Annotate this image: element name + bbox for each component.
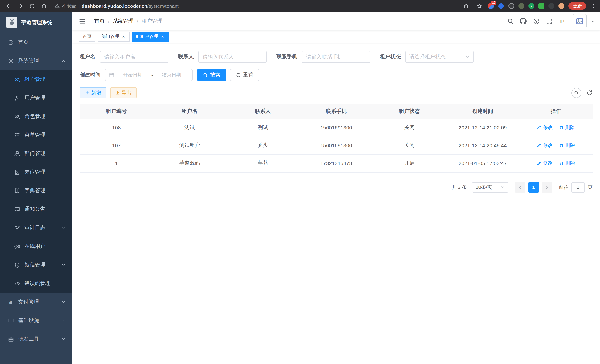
- sidebar-item-posts[interactable]: 岗位管理: [0, 163, 72, 181]
- sidebar-item-users[interactable]: 用户管理: [0, 89, 72, 107]
- app-logo[interactable]: 芋道管理系统: [0, 12, 72, 33]
- edit-link[interactable]: 修改: [537, 142, 553, 149]
- sidebar: 芋道管理系统 首页 系统管理 租户管理: [0, 12, 72, 364]
- top-navbar: 首页 / 系统管理 / 租户管理 TT: [72, 12, 600, 30]
- chrome-update-button[interactable]: 更新: [568, 2, 586, 10]
- edit-link[interactable]: 修改: [537, 124, 553, 131]
- breadcrumb-section[interactable]: 系统管理: [113, 18, 134, 25]
- sidebar-item-notices[interactable]: 通知公告: [0, 200, 72, 219]
- sidebar-item-home[interactable]: 首页: [0, 33, 72, 52]
- sidebar-item-departments[interactable]: 部门管理: [0, 144, 72, 163]
- sidebar-item-payment[interactable]: ¥ 支付管理: [0, 293, 72, 311]
- avatar[interactable]: [572, 14, 587, 28]
- page-number-1[interactable]: 1: [528, 182, 539, 192]
- cell-phone: 15601691300: [300, 137, 373, 154]
- sidebar-item-label: 审计日志: [25, 224, 45, 231]
- extension-icon[interactable]: Y: [528, 3, 534, 9]
- date-range-picker[interactable]: 开始日期 - 结束日期: [105, 69, 193, 81]
- extension-badge: 10: [491, 1, 497, 5]
- column-header: 租户编号: [80, 104, 153, 119]
- delete-link[interactable]: 删除: [559, 160, 575, 167]
- extension-icon[interactable]: [498, 3, 505, 9]
- breadcrumb-home[interactable]: 首页: [94, 18, 105, 25]
- cell-tenant-id: 107: [80, 137, 153, 154]
- github-icon[interactable]: [518, 16, 528, 26]
- header-search-icon[interactable]: [505, 16, 515, 26]
- extension-icon[interactable]: [508, 3, 514, 9]
- cell-tenant-name: 芋道源码: [153, 154, 226, 172]
- tags-view-bar: 首页 部门管理 × 租户管理 ×: [72, 30, 600, 43]
- export-button[interactable]: 导出: [110, 87, 137, 98]
- sidebar-item-audit-log[interactable]: 审计日志: [0, 219, 72, 237]
- table-row: 1 芋道源码 芋艿 17321315478 开启 2021-01-05 17:0…: [80, 154, 593, 172]
- text-size-icon[interactable]: TT: [557, 16, 567, 26]
- extension-icon[interactable]: [538, 3, 544, 9]
- hamburger-icon[interactable]: [79, 18, 85, 24]
- site-security[interactable]: 不安全 |: [55, 3, 82, 9]
- extension-icon[interactable]: [518, 3, 524, 9]
- navbar-actions: TT: [505, 14, 595, 28]
- page-size-select[interactable]: 10条/页: [472, 182, 508, 192]
- reload-icon[interactable]: [28, 1, 37, 10]
- share-icon[interactable]: [461, 1, 470, 10]
- fullscreen-icon[interactable]: [544, 16, 554, 26]
- sidebar-item-label: 字典管理: [25, 187, 45, 194]
- close-icon[interactable]: ×: [160, 34, 165, 39]
- system-submenu: 租户管理 用户管理 角色管理 菜单管理: [0, 70, 72, 293]
- column-header: 租户状态: [373, 104, 446, 119]
- status-select[interactable]: 请选择租户状态: [405, 51, 474, 63]
- phone-input[interactable]: [302, 51, 370, 63]
- goto-page-input[interactable]: [572, 182, 585, 192]
- sidebar-item-label: 用户管理: [25, 95, 45, 101]
- search-button[interactable]: 搜索: [197, 69, 226, 81]
- refresh-table-icon[interactable]: [587, 90, 593, 96]
- home-icon[interactable]: [39, 1, 49, 10]
- delete-link[interactable]: 删除: [559, 142, 575, 149]
- sidebar-item-label: 岗位管理: [25, 169, 45, 176]
- bookmark-star-icon[interactable]: [475, 1, 484, 10]
- tab-home[interactable]: 首页: [79, 32, 95, 41]
- back-icon[interactable]: [4, 1, 13, 10]
- browser-nav: [4, 1, 49, 10]
- sidebar-item-sms[interactable]: 短信管理: [0, 256, 72, 274]
- next-page-button[interactable]: [542, 182, 552, 192]
- cell-phone: 17321315478: [300, 154, 373, 172]
- sidebar-item-online-users[interactable]: 在线用户: [0, 237, 72, 256]
- sidebar-item-roles[interactable]: 角色管理: [0, 107, 72, 126]
- avatar-caret-icon[interactable]: [591, 19, 595, 23]
- calendar-icon: [109, 72, 114, 78]
- add-button[interactable]: 新增: [80, 87, 106, 98]
- tab-tenant[interactable]: 租户管理 ×: [132, 32, 169, 41]
- forward-icon[interactable]: [16, 1, 25, 10]
- sidebar-item-label: 基础设施: [18, 317, 39, 324]
- extension-icon[interactable]: [548, 3, 554, 9]
- sidebar-item-menus[interactable]: 菜单管理: [0, 126, 72, 144]
- prev-page-button[interactable]: [515, 182, 525, 192]
- tab-department[interactable]: 部门管理 ×: [98, 32, 130, 41]
- browser-menu-icon[interactable]: [590, 1, 596, 10]
- tenant-name-input[interactable]: [100, 51, 169, 63]
- warning-icon: [55, 3, 60, 9]
- contact-input[interactable]: [198, 51, 267, 63]
- sidebar-item-tenant[interactable]: 租户管理: [0, 70, 72, 89]
- logo-avatar: [6, 17, 18, 28]
- sidebar-item-system[interactable]: 系统管理: [0, 52, 72, 70]
- sidebar-item-error-codes[interactable]: 错误码管理: [0, 274, 72, 293]
- show-search-toggle-icon[interactable]: [572, 88, 581, 98]
- sidebar-item-devtools[interactable]: 研发工具: [0, 330, 72, 348]
- extension-icon[interactable]: [558, 3, 564, 9]
- extension-icon[interactable]: 10: [488, 3, 494, 9]
- edit-link[interactable]: 修改: [537, 160, 553, 167]
- delete-link[interactable]: 删除: [559, 124, 575, 131]
- help-icon[interactable]: [531, 16, 541, 26]
- sidebar-item-infrastructure[interactable]: 基础设施: [0, 311, 72, 330]
- cell-created-at: 2021-12-14 20:49:44: [446, 137, 519, 154]
- app-title: 芋道管理系统: [21, 19, 52, 26]
- browser-toolbar: 不安全 | dashboard.yudao.iocoder.cn/system/…: [0, 0, 600, 12]
- reset-button[interactable]: 重置: [230, 69, 259, 81]
- column-header: 操作: [519, 104, 593, 119]
- sidebar-item-dicts[interactable]: 字典管理: [0, 181, 72, 200]
- close-icon[interactable]: ×: [121, 34, 126, 39]
- field-label: 创建时间: [80, 72, 105, 78]
- address-bar[interactable]: dashboard.yudao.iocoder.cn/system/tenant: [82, 3, 179, 9]
